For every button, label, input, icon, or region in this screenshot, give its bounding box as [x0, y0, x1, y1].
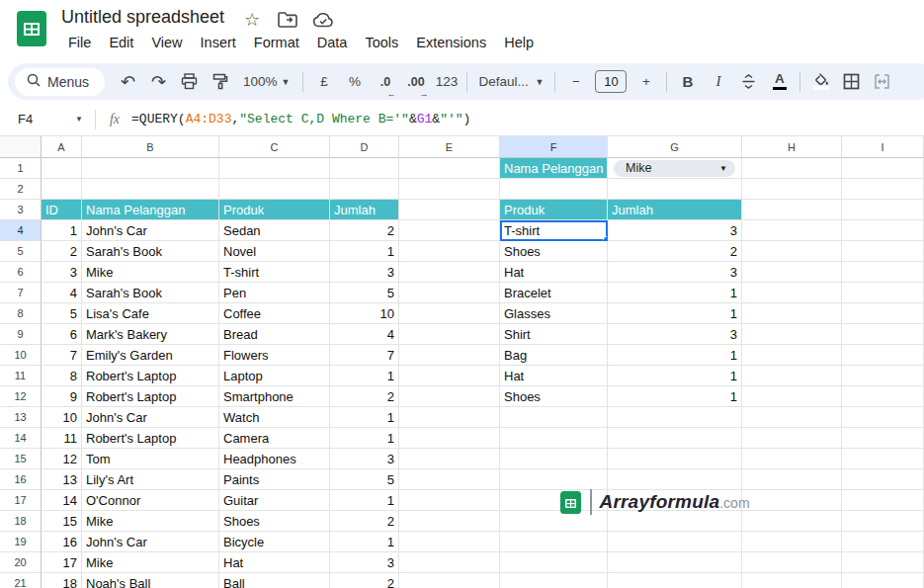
- cell-B18[interactable]: Mike: [82, 511, 219, 532]
- cell-I14[interactable]: [842, 428, 924, 449]
- cell-C4[interactable]: Sedan: [219, 220, 330, 241]
- cell-F10[interactable]: Bag: [500, 345, 608, 366]
- cell-C21[interactable]: Ball: [219, 573, 330, 588]
- cell-B19[interactable]: John's Car: [82, 532, 219, 552]
- cell-B12[interactable]: Robert's Laptop: [82, 386, 219, 407]
- cell-H8[interactable]: [742, 303, 842, 324]
- cell-F11[interactable]: Hat: [500, 366, 608, 386]
- cell-H17[interactable]: [742, 490, 842, 511]
- cell-B14[interactable]: Robert's Laptop: [82, 428, 219, 449]
- cell-H12[interactable]: [742, 386, 842, 407]
- column-header-I[interactable]: I: [842, 136, 924, 158]
- move-to-folder-icon[interactable]: [277, 9, 298, 31]
- cell-A13[interactable]: 10: [42, 407, 82, 428]
- italic-button[interactable]: I: [706, 69, 730, 95]
- cell-E18[interactable]: [399, 511, 500, 532]
- cell-A7[interactable]: 4: [42, 283, 82, 303]
- cell-B16[interactable]: Lily's Art: [82, 469, 219, 490]
- menu-item-tools[interactable]: Tools: [356, 32, 407, 53]
- column-header-D[interactable]: D: [330, 136, 399, 158]
- cell-E11[interactable]: [399, 366, 500, 386]
- cell-C13[interactable]: Watch: [219, 407, 330, 428]
- cell-B15[interactable]: Tom: [82, 449, 219, 469]
- row-header-13[interactable]: 13: [0, 407, 42, 428]
- cell-D1[interactable]: [330, 158, 399, 179]
- cell-F19[interactable]: [500, 532, 608, 552]
- cell-A14[interactable]: 11: [42, 428, 82, 449]
- cell-F7[interactable]: Bracelet: [500, 283, 608, 303]
- cell-C3[interactable]: Produk: [219, 200, 330, 220]
- column-header-F[interactable]: F: [500, 136, 608, 158]
- cell-F4[interactable]: T-shirt: [500, 220, 608, 241]
- strikethrough-button[interactable]: [736, 69, 761, 95]
- row-header-4[interactable]: 4: [0, 220, 42, 241]
- cell-D21[interactable]: 2: [330, 573, 399, 588]
- name-box[interactable]: F4: [0, 112, 75, 126]
- cell-C19[interactable]: Bicycle: [219, 532, 330, 552]
- dropdown-chip[interactable]: Mike▼: [614, 160, 735, 177]
- text-color-button[interactable]: A: [767, 69, 792, 95]
- more-formats-button[interactable]: 123: [434, 69, 459, 95]
- format-currency-button[interactable]: £: [311, 69, 336, 95]
- cell-F13[interactable]: [500, 407, 608, 428]
- row-header-18[interactable]: 18: [0, 511, 42, 532]
- cell-F12[interactable]: Shoes: [500, 386, 608, 407]
- row-header-3[interactable]: 3: [0, 200, 42, 220]
- cell-G15[interactable]: [608, 449, 742, 469]
- row-header-11[interactable]: 11: [0, 366, 42, 386]
- row-header-2[interactable]: 2: [0, 179, 42, 200]
- cell-F14[interactable]: [500, 428, 608, 449]
- cell-G4[interactable]: 3: [608, 220, 742, 241]
- cell-C18[interactable]: Shoes: [219, 511, 330, 532]
- cell-D7[interactable]: 5: [330, 283, 399, 303]
- cell-H14[interactable]: [742, 428, 842, 449]
- cell-B6[interactable]: Mike: [82, 262, 219, 283]
- cell-G21[interactable]: [608, 573, 742, 588]
- cell-H13[interactable]: [742, 407, 842, 428]
- cell-G6[interactable]: 3: [608, 262, 742, 283]
- cell-C6[interactable]: T-shirt: [219, 262, 330, 283]
- cell-D18[interactable]: 2: [330, 511, 399, 532]
- cell-B9[interactable]: Mark's Bakery: [82, 324, 219, 345]
- cell-G10[interactable]: 1: [608, 345, 742, 366]
- cell-A17[interactable]: 14: [42, 490, 82, 511]
- cell-I9[interactable]: [842, 324, 924, 345]
- cell-I13[interactable]: [842, 407, 924, 428]
- bold-button[interactable]: B: [675, 69, 700, 95]
- formula-input[interactable]: =QUERY(A4:D33,"Select C,D Where B='"&G1&…: [131, 112, 470, 126]
- cell-C15[interactable]: Headphones: [219, 449, 330, 469]
- cell-C17[interactable]: Guitar: [219, 490, 330, 511]
- cell-H15[interactable]: [742, 449, 842, 469]
- cell-D13[interactable]: 1: [330, 407, 399, 428]
- cell-H18[interactable]: [742, 511, 842, 532]
- row-header-15[interactable]: 15: [0, 449, 42, 469]
- cell-B10[interactable]: Emily's Garden: [82, 345, 219, 366]
- cell-E3[interactable]: [399, 200, 500, 220]
- fill-handle[interactable]: [603, 236, 608, 241]
- row-header-12[interactable]: 12: [0, 386, 42, 407]
- cell-B13[interactable]: John's Car: [82, 407, 219, 428]
- cell-A3[interactable]: ID: [42, 200, 82, 220]
- cell-E6[interactable]: [399, 262, 500, 283]
- cell-A16[interactable]: 13: [42, 469, 82, 490]
- cell-F2[interactable]: [500, 179, 608, 200]
- cell-F1[interactable]: Nama Pelanggan: [500, 158, 608, 179]
- cell-E16[interactable]: [399, 469, 500, 490]
- cell-D10[interactable]: 7: [330, 345, 399, 366]
- cell-D11[interactable]: 1: [330, 366, 399, 386]
- cell-A19[interactable]: 16: [42, 532, 82, 552]
- google-sheets-logo-icon[interactable]: [13, 10, 50, 47]
- cloud-saved-icon[interactable]: [312, 9, 334, 31]
- cell-C2[interactable]: [219, 179, 330, 200]
- cell-D12[interactable]: 2: [330, 386, 399, 407]
- star-icon[interactable]: ☆: [241, 9, 263, 31]
- zoom-dropdown[interactable]: 100% ▼: [237, 69, 295, 95]
- cell-D6[interactable]: 3: [330, 262, 399, 283]
- cell-H7[interactable]: [742, 283, 842, 303]
- cell-E5[interactable]: [399, 241, 500, 262]
- cell-H20[interactable]: [742, 552, 842, 573]
- cell-G2[interactable]: [608, 179, 742, 200]
- cell-D14[interactable]: 1: [330, 428, 399, 449]
- cell-I11[interactable]: [842, 366, 924, 386]
- cell-I15[interactable]: [842, 449, 924, 469]
